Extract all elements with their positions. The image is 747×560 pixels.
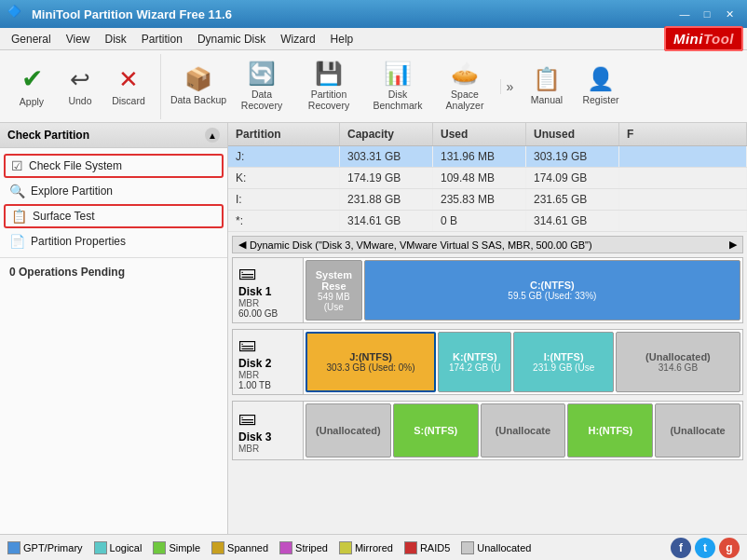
disk-benchmark-label: Disk Benchmark — [366, 89, 429, 111]
panel-nav-up[interactable]: ▲ — [205, 128, 220, 143]
disk-benchmark-icon: 📊 — [384, 62, 412, 85]
register-button[interactable]: 👤 Register — [575, 55, 627, 118]
discard-icon: ✕ — [118, 67, 139, 91]
menu-dynamic-disk[interactable]: Dynamic Disk — [190, 28, 273, 49]
data-backup-button[interactable]: 📦 Data Backup — [169, 55, 228, 118]
disk1-partitions: System Rese 549 MB (Use C:(NTFS) 59.5 GB… — [304, 258, 742, 322]
title-bar: 🔷 MiniTool Partition Wizard Free 11.6 — … — [0, 0, 747, 28]
manual-button[interactable]: 📋 Manual — [523, 55, 571, 118]
panel-header: Check Partition ▲ — [0, 123, 227, 148]
legend-color-spanned — [211, 541, 224, 554]
disk-info-2: 🖴 Disk 2 MBR 1.00 TB — [233, 330, 304, 394]
cell-used-2: 235.83 MB — [433, 189, 526, 210]
disk-row-2: 🖴 Disk 2 MBR 1.00 TB J:(NTFS) 303.3 GB (… — [232, 329, 743, 395]
legend-unallocated: Unallocated — [461, 541, 531, 554]
table-row[interactable]: *: 314.61 GB 0 B 314.61 GB — [228, 211, 747, 232]
col-f: F — [619, 123, 747, 145]
partition-block[interactable]: (Unallocate — [481, 403, 566, 458]
facebook-button[interactable]: f — [671, 538, 691, 558]
partition-recovery-label: Partition Recovery — [295, 89, 362, 111]
menu-disk[interactable]: Disk — [98, 28, 134, 49]
legend-spanned: Spanned — [211, 541, 268, 554]
surface-test-label: Surface Test — [33, 210, 94, 223]
partition-block[interactable]: System Rese 549 MB (Use — [306, 260, 362, 321]
menu-wizard[interactable]: Wizard — [273, 28, 322, 49]
partition-block[interactable]: K:(NTFS) 174.2 GB (U — [438, 332, 511, 392]
explore-partition-label: Explore Partition — [31, 184, 113, 198]
table-row[interactable]: K: 174.19 GB 109.48 MB 174.09 GB — [228, 168, 747, 189]
menu-help[interactable]: Help — [323, 28, 361, 49]
menu-bar: General View Disk Partition Dynamic Disk… — [0, 28, 747, 50]
cell-unused-0: 303.19 GB — [526, 146, 619, 167]
partition-block[interactable]: H:(NTFS) — [567, 403, 653, 458]
data-recovery-button[interactable]: 🔄 Data Recovery — [232, 55, 292, 118]
partition-block[interactable]: (Unallocated) 314.6 GB — [616, 332, 740, 392]
legend-color-mirrored — [339, 541, 352, 554]
partition-block[interactable]: I:(NTFS) 231.9 GB (Use — [513, 332, 613, 392]
cell-partition-2: I: — [228, 189, 340, 210]
disk-info-1: 🖴 Disk 1 MBR 60.00 GB — [233, 258, 304, 322]
legend-label-simple: Simple — [169, 542, 200, 553]
sidebar-item-check-file-system[interactable]: ☑ Check File System — [4, 154, 224, 178]
apply-button[interactable]: ✔ Apply — [7, 55, 56, 118]
partition-block[interactable]: J:(NTFS) 303.3 GB (Used: 0%) — [306, 332, 436, 392]
cell-f-1 — [619, 168, 747, 188]
partition-block[interactable]: (Unallocated) — [306, 403, 391, 458]
partition-block[interactable]: (Unallocate — [655, 403, 740, 458]
toolbar-apply-group: ✔ Apply ↩ Undo ✕ Discard — [7, 54, 161, 119]
window-controls: — □ ✕ — [674, 6, 740, 22]
sidebar-item-surface-test[interactable]: 📋 Surface Test — [4, 204, 224, 228]
maximize-button[interactable]: □ — [697, 6, 717, 22]
sidebar-item-partition-properties[interactable]: 📄 Partition Properties — [0, 229, 227, 253]
legend-color-striped — [279, 541, 292, 554]
disk-benchmark-button[interactable]: 📊 Disk Benchmark — [366, 55, 429, 118]
close-button[interactable]: ✕ — [719, 6, 740, 22]
partition-block[interactable]: S:(NTFS) — [393, 403, 479, 458]
disk-icon-1: 🖴 — [238, 262, 297, 283]
main-layout: Check Partition ▲ ☑ Check File System 🔍 … — [0, 123, 747, 534]
operations-pending: 0 Operations Pending — [0, 257, 227, 286]
cell-capacity-2: 231.88 GB — [340, 189, 433, 210]
menu-view[interactable]: View — [59, 28, 98, 49]
minimize-button[interactable]: — — [674, 6, 695, 22]
cell-partition-0: J: — [228, 146, 340, 167]
partition-recovery-button[interactable]: 💾 Partition Recovery — [295, 55, 362, 118]
explore-partition-icon: 🔍 — [9, 184, 25, 198]
legend-label-unalloc: Unallocated — [477, 542, 531, 553]
sidebar-item-explore-partition[interactable]: 🔍 Explore Partition — [0, 179, 227, 203]
legend-color-unalloc — [461, 541, 474, 554]
space-analyzer-button[interactable]: 🥧 Space Analyzer — [433, 55, 496, 118]
toolbar: ✔ Apply ↩ Undo ✕ Discard 📦 Data Backup 🔄… — [0, 50, 747, 123]
panel-header-title: Check Partition — [7, 129, 89, 142]
legend-striped: Striped — [279, 541, 328, 554]
cell-partition-3: *: — [228, 211, 340, 231]
partition-properties-icon: 📄 — [9, 234, 25, 249]
menu-partition[interactable]: Partition — [134, 28, 190, 49]
undo-button[interactable]: ↩ Undo — [56, 55, 104, 118]
disk3-partitions: (Unallocated) S:(NTFS) (Unallocate H:(NT… — [304, 402, 742, 459]
legend-label-spanned: Spanned — [227, 542, 268, 553]
app-title: MiniTool Partition Wizard Free 11.6 — [32, 7, 674, 21]
register-icon: 👤 — [587, 68, 615, 90]
disk-row-1: 🖴 Disk 1 MBR 60.00 GB System Rese 549 MB… — [232, 257, 743, 323]
legend-mirrored: Mirrored — [339, 541, 393, 554]
twitter-button[interactable]: t — [695, 538, 715, 558]
more-button[interactable]: » — [500, 79, 519, 94]
legend-gpt-primary: GPT/Primary — [7, 541, 83, 554]
partition-block[interactable]: C:(NTFS) 59.5 GB (Used: 33%) — [364, 260, 740, 321]
googleplus-button[interactable]: g — [719, 538, 740, 558]
menu-general[interactable]: General — [4, 28, 59, 49]
data-recovery-icon: 🔄 — [248, 62, 276, 85]
undo-label: Undo — [68, 95, 91, 106]
cell-used-0: 131.96 MB — [433, 146, 526, 167]
discard-button[interactable]: ✕ Discard — [104, 55, 153, 118]
cell-capacity-0: 303.31 GB — [340, 146, 433, 167]
disk-area: ◀ Dynamic Disk ("Disk 3, VMware, VMware … — [228, 232, 747, 534]
col-unused: Unused — [526, 123, 619, 145]
table-row[interactable]: J: 303.31 GB 131.96 MB 303.19 GB — [228, 146, 747, 168]
legend-color-simple — [153, 541, 166, 554]
table-row[interactable]: I: 231.88 GB 235.83 MB 231.65 GB — [228, 189, 747, 211]
legend-label-striped: Striped — [295, 542, 328, 553]
legend-label-mirrored: Mirrored — [355, 542, 393, 553]
data-backup-label: Data Backup — [170, 94, 226, 105]
